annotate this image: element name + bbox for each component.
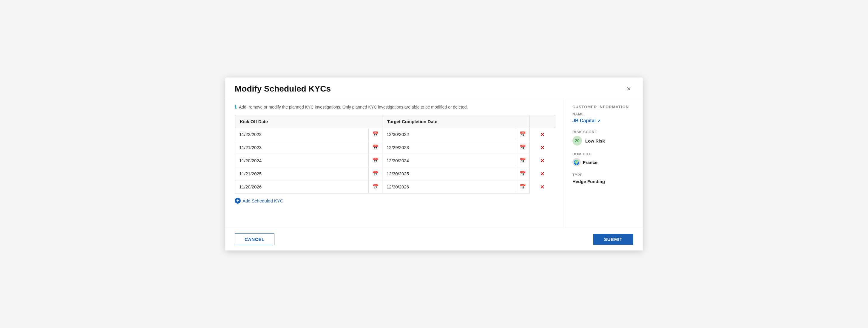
info-text: Add, remove or modify the planned KYC in… [239, 105, 468, 109]
info-bar: ℹ Add, remove or modify the planned KYC … [235, 104, 555, 110]
table-header-row: Kick Off Date Target Completion Date [235, 116, 555, 128]
risk-score-field: RISK SCORE 20 Low Risk [572, 130, 636, 145]
add-kyc-label: Add Scheduled KYC [243, 198, 283, 203]
kickoff-input-1[interactable] [235, 141, 368, 154]
delete-cell-0: ✕ [530, 128, 555, 141]
risk-label: RISK SCORE [572, 130, 636, 134]
table-row: 📅 📅 ✕ [235, 181, 555, 194]
table-row: 📅 📅 ✕ [235, 154, 555, 167]
target-cal-btn-3[interactable]: 📅 [516, 168, 529, 180]
table-row: 📅 📅 ✕ [235, 141, 555, 154]
delete-row-btn-4[interactable]: ✕ [537, 181, 548, 193]
target-cell-2: 📅 [382, 154, 530, 167]
risk-text: Low Risk [585, 138, 605, 143]
name-label: NAME [572, 112, 636, 116]
kickoff-cell-0: 📅 [235, 128, 382, 141]
domicile-field: DOMICILE 🌍 France [572, 152, 636, 166]
target-cell-0: 📅 [382, 128, 530, 141]
modal-header: Modify Scheduled KYCs × [225, 77, 643, 98]
main-content: ℹ Add, remove or modify the planned KYC … [225, 98, 565, 228]
domicile-value: 🌍 France [572, 158, 636, 166]
kickoff-cal-btn-0[interactable]: 📅 [368, 128, 382, 140]
domicile-label: DOMICILE [572, 152, 636, 156]
customer-sidebar: CUSTOMER INFORMATION NAME JB Capital ↗ R… [565, 98, 643, 228]
delete-cell-3: ✕ [530, 167, 555, 181]
kickoff-cell-4: 📅 [235, 181, 382, 194]
delete-row-btn-1[interactable]: ✕ [537, 142, 548, 154]
delete-cell-2: ✕ [530, 154, 555, 167]
target-cell-1: 📅 [382, 141, 530, 154]
kickoff-cal-btn-3[interactable]: 📅 [368, 168, 382, 180]
target-cal-btn-0[interactable]: 📅 [516, 128, 529, 140]
kickoff-cal-btn-2[interactable]: 📅 [368, 155, 382, 167]
kickoff-cell-2: 📅 [235, 154, 382, 167]
kickoff-cell-1: 📅 [235, 141, 382, 154]
type-field: TYPE Hedge Funding [572, 173, 636, 184]
modal-body: ℹ Add, remove or modify the planned KYC … [225, 98, 643, 228]
globe-icon: 🌍 [572, 158, 581, 166]
kickoff-cal-btn-1[interactable]: 📅 [368, 141, 382, 154]
customer-name-field: NAME JB Capital ↗ [572, 112, 636, 124]
risk-badge: 20 [572, 136, 582, 145]
sidebar-section-title: CUSTOMER INFORMATION [572, 105, 636, 109]
col-target: Target Completion Date [382, 116, 530, 128]
kyc-table: Kick Off Date Target Completion Date 📅 📅… [235, 115, 555, 194]
delete-cell-4: ✕ [530, 181, 555, 194]
cancel-button[interactable]: CANCEL [235, 233, 274, 245]
delete-cell-1: ✕ [530, 141, 555, 154]
col-action [530, 116, 555, 128]
type-value: Hedge Funding [572, 179, 636, 184]
target-input-0[interactable] [382, 128, 516, 141]
add-kyc-button[interactable]: + Add Scheduled KYC [235, 198, 283, 204]
kickoff-input-2[interactable] [235, 154, 368, 167]
target-input-4[interactable] [382, 181, 516, 193]
table-row: 📅 📅 ✕ [235, 167, 555, 181]
external-link-icon: ↗ [597, 119, 600, 123]
kickoff-input-4[interactable] [235, 181, 368, 193]
delete-row-btn-2[interactable]: ✕ [537, 155, 548, 167]
col-kickoff: Kick Off Date [235, 116, 382, 128]
kickoff-input-3[interactable] [235, 167, 368, 180]
modal-title: Modify Scheduled KYCs [235, 84, 331, 94]
plus-icon: + [235, 198, 241, 204]
delete-row-btn-3[interactable]: ✕ [537, 168, 548, 180]
modal-footer: CANCEL SUBMIT [225, 228, 643, 251]
target-cell-3: 📅 [382, 167, 530, 181]
delete-row-btn-0[interactable]: ✕ [537, 129, 548, 140]
target-input-1[interactable] [382, 141, 516, 154]
target-cal-btn-1[interactable]: 📅 [516, 141, 529, 154]
target-input-2[interactable] [382, 154, 516, 167]
target-cal-btn-4[interactable]: 📅 [516, 181, 529, 193]
submit-button[interactable]: SUBMIT [593, 234, 633, 245]
target-input-3[interactable] [382, 167, 516, 180]
customer-name-link[interactable]: JB Capital ↗ [572, 118, 636, 124]
target-cell-4: 📅 [382, 181, 530, 194]
type-label: TYPE [572, 173, 636, 177]
table-row: 📅 📅 ✕ [235, 128, 555, 141]
info-icon: ℹ [235, 104, 237, 110]
modify-kycs-modal: Modify Scheduled KYCs × ℹ Add, remove or… [225, 77, 643, 251]
risk-value: 20 Low Risk [572, 136, 636, 145]
domicile-text: France [583, 160, 597, 165]
type-text: Hedge Funding [572, 179, 605, 184]
kickoff-input-0[interactable] [235, 128, 368, 141]
target-cal-btn-2[interactable]: 📅 [516, 155, 529, 167]
kickoff-cell-3: 📅 [235, 167, 382, 181]
customer-name-text: JB Capital [572, 118, 596, 124]
kickoff-cal-btn-4[interactable]: 📅 [368, 181, 382, 193]
add-kyc-row: + Add Scheduled KYC [235, 198, 555, 204]
close-button[interactable]: × [624, 84, 633, 94]
